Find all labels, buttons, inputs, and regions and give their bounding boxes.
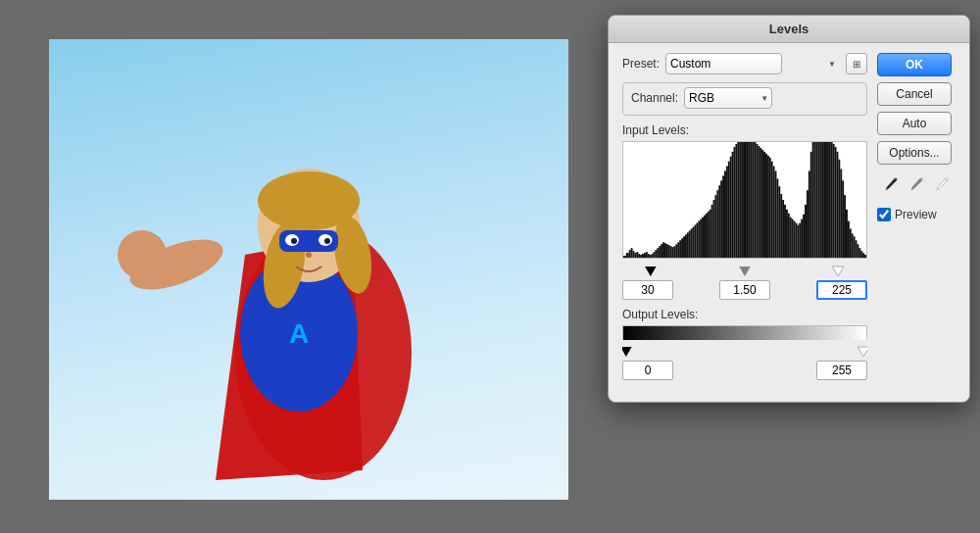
svg-point-150 bbox=[920, 178, 923, 181]
svg-rect-37 bbox=[659, 246, 661, 258]
channel-label: Channel: bbox=[631, 91, 678, 105]
white-eyedropper-icon bbox=[933, 176, 951, 194]
svg-rect-115 bbox=[805, 205, 807, 258]
svg-rect-51 bbox=[685, 234, 687, 258]
svg-rect-81 bbox=[741, 142, 743, 258]
dialog-body: Preset: Custom Default Darker Increase C… bbox=[609, 43, 969, 388]
svg-rect-95 bbox=[767, 156, 769, 258]
output-slider-svg bbox=[622, 341, 867, 357]
svg-rect-54 bbox=[691, 229, 693, 259]
gray-eyedropper-button[interactable] bbox=[906, 174, 927, 196]
svg-rect-87 bbox=[753, 142, 755, 258]
svg-point-151 bbox=[946, 178, 949, 181]
white-eyedropper-button[interactable] bbox=[931, 174, 953, 196]
ok-button[interactable]: OK bbox=[877, 53, 952, 76]
input-white-field[interactable] bbox=[816, 280, 867, 300]
svg-rect-71 bbox=[722, 175, 724, 258]
input-mid-field[interactable] bbox=[719, 280, 770, 300]
svg-rect-117 bbox=[808, 171, 810, 259]
svg-point-4 bbox=[118, 230, 167, 279]
svg-rect-91 bbox=[760, 148, 761, 258]
auto-button[interactable]: Auto bbox=[877, 112, 952, 135]
svg-rect-134 bbox=[840, 170, 842, 258]
svg-rect-129 bbox=[831, 142, 833, 258]
gray-eyedropper-icon bbox=[907, 176, 925, 194]
svg-rect-85 bbox=[749, 142, 751, 258]
options-button[interactable]: Options... bbox=[877, 141, 952, 165]
svg-rect-143 bbox=[857, 244, 858, 258]
svg-rect-66 bbox=[713, 200, 715, 258]
photo-container: A bbox=[49, 39, 568, 500]
svg-rect-65 bbox=[711, 205, 713, 258]
eyedropper-row bbox=[877, 174, 956, 196]
svg-rect-41 bbox=[666, 244, 668, 258]
output-white-field[interactable] bbox=[816, 361, 867, 380]
svg-rect-22 bbox=[631, 248, 633, 258]
svg-rect-83 bbox=[745, 142, 747, 258]
svg-rect-61 bbox=[704, 216, 706, 258]
svg-rect-141 bbox=[854, 236, 856, 258]
svg-rect-30 bbox=[646, 252, 648, 258]
input-black-field[interactable] bbox=[622, 280, 673, 300]
channel-select-wrapper: RGB Red Green Blue bbox=[684, 87, 772, 109]
svg-rect-125 bbox=[823, 142, 825, 258]
channel-select[interactable]: RGB Red Green Blue bbox=[684, 87, 772, 109]
svg-rect-144 bbox=[858, 248, 860, 258]
svg-rect-112 bbox=[799, 223, 801, 258]
svg-rect-109 bbox=[794, 221, 796, 258]
svg-rect-132 bbox=[836, 152, 838, 258]
preset-label: Preset: bbox=[622, 57, 660, 71]
svg-rect-137 bbox=[846, 210, 848, 258]
svg-rect-50 bbox=[683, 236, 685, 258]
svg-rect-102 bbox=[780, 194, 782, 258]
preview-checkbox[interactable] bbox=[877, 208, 891, 221]
svg-rect-32 bbox=[650, 255, 652, 258]
svg-rect-63 bbox=[708, 212, 710, 258]
output-slider-area bbox=[622, 341, 867, 357]
svg-rect-131 bbox=[835, 147, 837, 258]
preset-icon-button[interactable]: ⊞ bbox=[846, 53, 867, 74]
svg-rect-139 bbox=[850, 229, 852, 259]
output-black-field[interactable] bbox=[622, 361, 673, 380]
svg-rect-147 bbox=[864, 255, 866, 258]
preset-select-wrapper: Custom Default Darker Increase Contrast … bbox=[665, 53, 840, 74]
svg-rect-38 bbox=[661, 244, 662, 258]
svg-rect-39 bbox=[662, 242, 664, 258]
svg-rect-116 bbox=[807, 190, 808, 258]
preset-select[interactable]: Custom Default Darker Increase Contrast … bbox=[665, 53, 782, 74]
svg-rect-124 bbox=[821, 142, 823, 258]
svg-rect-35 bbox=[655, 250, 657, 258]
dialog-sidebar: OK Cancel Auto Options... bbox=[877, 53, 956, 388]
svg-rect-146 bbox=[862, 253, 864, 258]
output-white-handle bbox=[858, 347, 867, 357]
svg-rect-34 bbox=[654, 252, 656, 258]
svg-rect-135 bbox=[842, 180, 844, 258]
svg-rect-142 bbox=[856, 240, 858, 258]
svg-rect-53 bbox=[689, 230, 691, 258]
svg-rect-29 bbox=[644, 253, 646, 258]
svg-rect-103 bbox=[782, 200, 784, 258]
output-black-handle bbox=[622, 347, 632, 357]
svg-rect-26 bbox=[638, 254, 640, 258]
photo-svg: A bbox=[49, 39, 568, 500]
histogram-container bbox=[622, 141, 867, 259]
svg-rect-114 bbox=[803, 215, 805, 258]
svg-rect-42 bbox=[668, 245, 670, 258]
svg-rect-122 bbox=[817, 142, 819, 258]
svg-rect-92 bbox=[761, 150, 763, 258]
svg-text:A: A bbox=[289, 318, 309, 349]
preview-label: Preview bbox=[895, 208, 937, 221]
cancel-button[interactable]: Cancel bbox=[877, 82, 952, 106]
svg-rect-104 bbox=[784, 205, 786, 258]
svg-rect-48 bbox=[679, 240, 681, 258]
preset-row: Preset: Custom Default Darker Increase C… bbox=[622, 53, 867, 74]
svg-rect-121 bbox=[815, 142, 817, 258]
svg-rect-110 bbox=[796, 223, 798, 258]
svg-rect-93 bbox=[763, 152, 765, 258]
svg-rect-97 bbox=[771, 162, 773, 258]
svg-rect-127 bbox=[827, 142, 829, 258]
black-eyedropper-button[interactable] bbox=[880, 174, 902, 196]
svg-rect-107 bbox=[790, 218, 792, 258]
svg-rect-80 bbox=[739, 142, 741, 258]
svg-rect-28 bbox=[642, 254, 644, 258]
